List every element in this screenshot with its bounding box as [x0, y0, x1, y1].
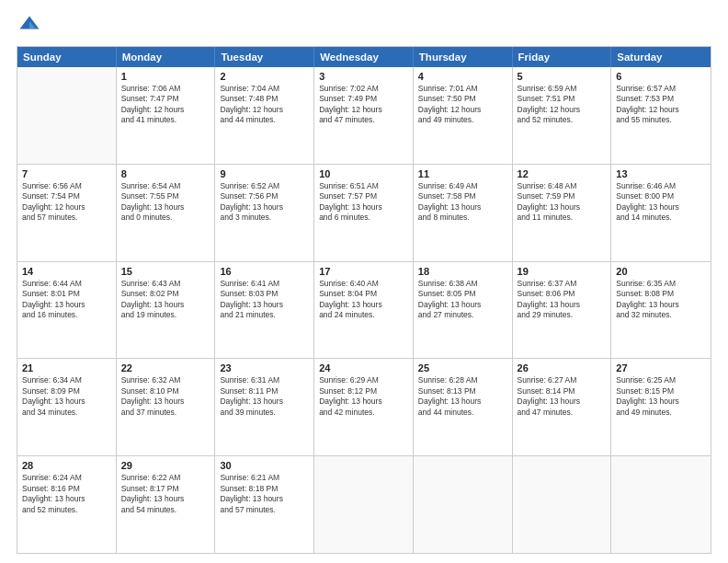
day-cell-empty [17, 67, 117, 164]
day-cell-6: 6Sunrise: 6:57 AM Sunset: 7:53 PM Daylig… [611, 67, 711, 164]
day-detail: Sunrise: 6:46 AM Sunset: 8:00 PM Dayligh… [616, 181, 706, 224]
header-day-thursday: Thursday [414, 47, 513, 67]
day-detail: Sunrise: 6:37 AM Sunset: 8:06 PM Dayligh… [518, 279, 607, 321]
day-detail: Sunrise: 6:54 AM Sunset: 7:55 PM Dayligh… [121, 181, 210, 224]
day-detail: Sunrise: 6:49 AM Sunset: 7:58 PM Dayligh… [418, 181, 507, 224]
day-number: 5 [518, 71, 607, 82]
calendar-row-2: 7Sunrise: 6:56 AM Sunset: 7:54 PM Daylig… [17, 164, 711, 261]
logo-icon [17, 13, 42, 39]
day-number: 17 [319, 266, 408, 277]
day-detail: Sunrise: 6:41 AM Sunset: 8:03 PM Dayligh… [220, 279, 309, 321]
day-cell-23: 23Sunrise: 6:31 AM Sunset: 8:11 PM Dayli… [215, 359, 314, 455]
day-cell-27: 27Sunrise: 6:25 AM Sunset: 8:15 PM Dayli… [611, 359, 711, 455]
day-number: 16 [220, 266, 309, 277]
day-number: 19 [518, 266, 607, 277]
day-cell-1: 1Sunrise: 7:06 AM Sunset: 7:47 PM Daylig… [117, 67, 216, 164]
day-detail: Sunrise: 6:27 AM Sunset: 8:14 PM Dayligh… [518, 375, 607, 418]
day-detail: Sunrise: 6:32 AM Sunset: 8:10 PM Dayligh… [121, 375, 210, 418]
day-number: 1 [121, 71, 210, 82]
calendar-header: SundayMondayTuesdayWednesdayThursdayFrid… [17, 47, 711, 67]
day-number: 4 [418, 71, 507, 82]
day-cell-12: 12Sunrise: 6:48 AM Sunset: 7:59 PM Dayli… [513, 165, 612, 261]
day-cell-14: 14Sunrise: 6:44 AM Sunset: 8:01 PM Dayli… [17, 262, 117, 359]
day-number: 7 [22, 168, 111, 179]
day-cell-18: 18Sunrise: 6:38 AM Sunset: 8:05 PM Dayli… [414, 262, 513, 359]
day-number: 25 [418, 362, 507, 373]
day-detail: Sunrise: 7:06 AM Sunset: 7:47 PM Dayligh… [121, 84, 210, 126]
page: SundayMondayTuesdayWednesdayThursdayFrid… [0, 0, 728, 563]
calendar: SundayMondayTuesdayWednesdayThursdayFrid… [17, 46, 711, 554]
day-cell-22: 22Sunrise: 6:32 AM Sunset: 8:10 PM Dayli… [117, 359, 216, 455]
day-cell-empty [611, 456, 711, 553]
day-number: 22 [121, 362, 210, 373]
header-day-friday: Friday [513, 47, 612, 67]
day-detail: Sunrise: 6:25 AM Sunset: 8:15 PM Dayligh… [616, 375, 706, 418]
calendar-body: 1Sunrise: 7:06 AM Sunset: 7:47 PM Daylig… [17, 67, 711, 553]
day-detail: Sunrise: 7:02 AM Sunset: 7:49 PM Dayligh… [319, 84, 408, 126]
day-number: 30 [220, 460, 309, 471]
day-detail: Sunrise: 6:48 AM Sunset: 7:59 PM Dayligh… [518, 181, 607, 224]
day-detail: Sunrise: 6:24 AM Sunset: 8:16 PM Dayligh… [22, 473, 111, 515]
day-cell-9: 9Sunrise: 6:52 AM Sunset: 7:56 PM Daylig… [215, 165, 314, 261]
day-detail: Sunrise: 6:52 AM Sunset: 7:56 PM Dayligh… [220, 181, 309, 224]
day-cell-29: 29Sunrise: 6:22 AM Sunset: 8:17 PM Dayli… [117, 456, 216, 553]
day-detail: Sunrise: 7:04 AM Sunset: 7:48 PM Dayligh… [220, 84, 309, 126]
day-detail: Sunrise: 6:56 AM Sunset: 7:54 PM Dayligh… [22, 181, 111, 224]
day-number: 29 [121, 460, 210, 471]
day-detail: Sunrise: 6:57 AM Sunset: 7:53 PM Dayligh… [616, 84, 706, 126]
calendar-row-4: 21Sunrise: 6:34 AM Sunset: 8:09 PM Dayli… [17, 358, 711, 455]
day-detail: Sunrise: 6:21 AM Sunset: 8:18 PM Dayligh… [220, 473, 309, 515]
day-cell-8: 8Sunrise: 6:54 AM Sunset: 7:55 PM Daylig… [117, 165, 216, 261]
day-number: 8 [121, 168, 210, 179]
day-number: 14 [22, 266, 111, 277]
day-number: 28 [22, 460, 111, 471]
day-cell-2: 2Sunrise: 7:04 AM Sunset: 7:48 PM Daylig… [215, 67, 314, 164]
day-cell-15: 15Sunrise: 6:43 AM Sunset: 8:02 PM Dayli… [117, 262, 216, 359]
day-detail: Sunrise: 6:51 AM Sunset: 7:57 PM Dayligh… [319, 181, 408, 224]
header [17, 13, 711, 39]
day-number: 20 [616, 266, 706, 277]
day-number: 21 [22, 362, 111, 373]
day-number: 12 [518, 168, 607, 179]
day-detail: Sunrise: 6:34 AM Sunset: 8:09 PM Dayligh… [22, 375, 111, 418]
day-cell-11: 11Sunrise: 6:49 AM Sunset: 7:58 PM Dayli… [414, 165, 513, 261]
day-detail: Sunrise: 6:29 AM Sunset: 8:12 PM Dayligh… [319, 375, 408, 418]
header-day-monday: Monday [117, 47, 216, 67]
header-day-wednesday: Wednesday [314, 47, 414, 67]
day-detail: Sunrise: 6:35 AM Sunset: 8:08 PM Dayligh… [616, 279, 706, 321]
day-cell-13: 13Sunrise: 6:46 AM Sunset: 8:00 PM Dayli… [611, 165, 711, 261]
day-cell-28: 28Sunrise: 6:24 AM Sunset: 8:16 PM Dayli… [17, 456, 117, 553]
day-number: 15 [121, 266, 210, 277]
day-number: 23 [220, 362, 309, 373]
day-cell-25: 25Sunrise: 6:28 AM Sunset: 8:13 PM Dayli… [414, 359, 513, 455]
day-detail: Sunrise: 6:28 AM Sunset: 8:13 PM Dayligh… [418, 375, 507, 418]
logo [17, 13, 46, 39]
day-cell-16: 16Sunrise: 6:41 AM Sunset: 8:03 PM Dayli… [215, 262, 314, 359]
day-detail: Sunrise: 6:38 AM Sunset: 8:05 PM Dayligh… [418, 279, 507, 321]
day-number: 2 [220, 71, 309, 82]
day-number: 26 [518, 362, 607, 373]
header-day-tuesday: Tuesday [215, 47, 314, 67]
day-cell-4: 4Sunrise: 7:01 AM Sunset: 7:50 PM Daylig… [414, 67, 513, 164]
day-detail: Sunrise: 6:44 AM Sunset: 8:01 PM Dayligh… [22, 279, 111, 321]
day-detail: Sunrise: 6:40 AM Sunset: 8:04 PM Dayligh… [319, 279, 408, 321]
day-detail: Sunrise: 6:43 AM Sunset: 8:02 PM Dayligh… [121, 279, 210, 321]
day-cell-empty [513, 456, 612, 553]
day-number: 27 [616, 362, 706, 373]
calendar-row-1: 1Sunrise: 7:06 AM Sunset: 7:47 PM Daylig… [17, 67, 711, 164]
day-cell-30: 30Sunrise: 6:21 AM Sunset: 8:18 PM Dayli… [215, 456, 314, 553]
day-cell-10: 10Sunrise: 6:51 AM Sunset: 7:57 PM Dayli… [314, 165, 414, 261]
header-day-sunday: Sunday [17, 47, 117, 67]
day-detail: Sunrise: 7:01 AM Sunset: 7:50 PM Dayligh… [418, 84, 507, 126]
day-detail: Sunrise: 6:59 AM Sunset: 7:51 PM Dayligh… [518, 84, 607, 126]
day-cell-17: 17Sunrise: 6:40 AM Sunset: 8:04 PM Dayli… [314, 262, 414, 359]
day-cell-20: 20Sunrise: 6:35 AM Sunset: 8:08 PM Dayli… [611, 262, 711, 359]
day-cell-7: 7Sunrise: 6:56 AM Sunset: 7:54 PM Daylig… [17, 165, 117, 261]
day-number: 11 [418, 168, 507, 179]
day-cell-5: 5Sunrise: 6:59 AM Sunset: 7:51 PM Daylig… [513, 67, 612, 164]
day-number: 24 [319, 362, 408, 373]
day-number: 6 [616, 71, 706, 82]
header-day-saturday: Saturday [611, 47, 711, 67]
day-detail: Sunrise: 6:22 AM Sunset: 8:17 PM Dayligh… [121, 473, 210, 515]
day-cell-19: 19Sunrise: 6:37 AM Sunset: 8:06 PM Dayli… [513, 262, 612, 359]
